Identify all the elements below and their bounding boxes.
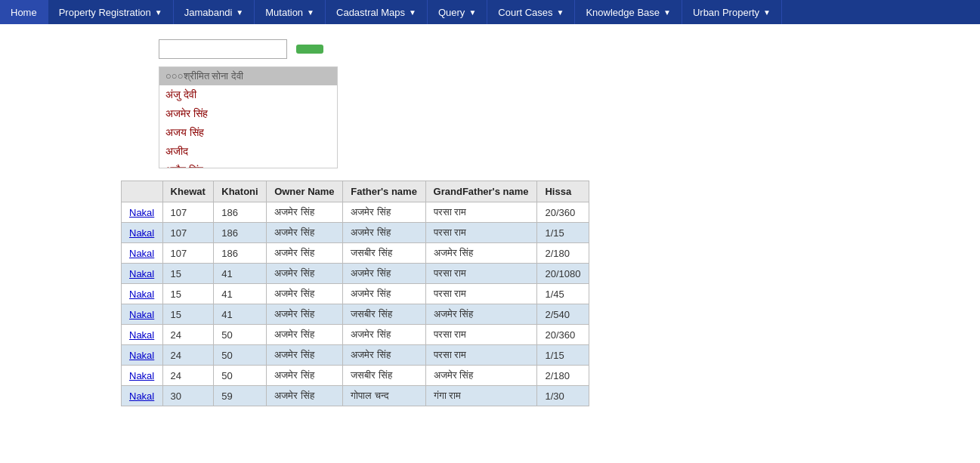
- chevron-down-icon: ▼: [236, 8, 243, 17]
- table-header: Owner Name: [267, 181, 343, 202]
- table-cell: अजमेर सिंह: [267, 366, 343, 386]
- table-cell: अजमेर सिंह: [267, 243, 343, 264]
- nakal-link[interactable]: Nakal: [129, 207, 154, 218]
- table-cell: 24: [162, 325, 214, 345]
- navbar-item-query[interactable]: Query▼: [428, 0, 487, 24]
- navbar-item-cadastral-maps[interactable]: Cadastral Maps▼: [326, 0, 428, 24]
- chevron-down-icon: ▼: [663, 8, 671, 17]
- table-cell: परसा राम: [425, 284, 537, 304]
- dropdown-item[interactable]: अजमेर सिंह: [159, 104, 337, 123]
- table-cell: 107: [162, 243, 214, 264]
- table-cell: जसबीर सिंह: [343, 366, 425, 386]
- table-cell: 107: [162, 202, 214, 223]
- dropdown-item[interactable]: अजैब सिंह: [159, 161, 337, 168]
- nakal-link[interactable]: Nakal: [129, 329, 154, 341]
- click-button[interactable]: [296, 45, 323, 54]
- dropdown-list[interactable]: ○○○श्रीमित सोना देवीअंजु देवीअजमेर सिंहअ…: [159, 66, 338, 168]
- name-input[interactable]: [159, 39, 287, 59]
- table-cell: 41: [214, 264, 267, 284]
- table-header: Khewat: [162, 181, 214, 202]
- table-header: Father's name: [343, 181, 425, 202]
- table-cell: 15: [162, 304, 214, 325]
- table-cell: अजमेर सिंह: [343, 202, 425, 223]
- table-cell: परसा राम: [425, 345, 537, 366]
- table-cell: अजमेर सिंह: [343, 345, 425, 366]
- nakal-link[interactable]: Nakal: [129, 370, 154, 381]
- table-cell: 2/540: [537, 304, 589, 325]
- navbar-item-property-registration[interactable]: Property Registration▼: [48, 0, 174, 24]
- nakal-link[interactable]: Nakal: [129, 309, 154, 320]
- table-row: Nakal1541अजमेर सिंहअजमेर सिंहपरसा राम20/…: [122, 264, 589, 284]
- table-cell: 20/360: [537, 202, 589, 223]
- table-row: Nakal2450अजमेर सिंहजसबीर सिंहअजमेर सिंह2…: [122, 366, 589, 386]
- table-cell: 50: [214, 345, 267, 366]
- table-cell: 186: [214, 223, 267, 243]
- table-row: Nakal107186अजमेर सिंहजसबीर सिंहअजमेर सिं…: [122, 243, 589, 264]
- name-row: [121, 39, 859, 59]
- chevron-down-icon: ▼: [409, 8, 416, 17]
- table-cell: 1/15: [537, 345, 589, 366]
- table-row: Nakal2450अजमेर सिंहअजमेर सिंहपरसा राम1/1…: [122, 345, 589, 366]
- table-cell: अजमेर सिंह: [343, 223, 425, 243]
- nakal-link[interactable]: Nakal: [129, 268, 154, 279]
- chevron-down-icon: ▼: [468, 8, 476, 17]
- navbar-item-jamabandi[interactable]: Jamabandi▼: [174, 0, 255, 24]
- nakal-cell: Nakal: [122, 345, 163, 366]
- chevron-down-icon: ▼: [155, 8, 162, 17]
- table-cell: अजमेर सिंह: [267, 202, 343, 223]
- nakal-cell: Nakal: [122, 202, 163, 223]
- dropdown-item[interactable]: ○○○श्रीमित सोना देवी: [159, 67, 337, 85]
- nakal-link[interactable]: Nakal: [129, 289, 154, 300]
- table-cell: 41: [214, 284, 267, 304]
- navbar-item-urban-property[interactable]: Urban Property▼: [682, 0, 782, 24]
- table-cell: 50: [214, 366, 267, 386]
- table-header: Hissa: [537, 181, 589, 202]
- table-cell: अजमेर सिंह: [267, 345, 343, 366]
- table-cell: 1/45: [537, 284, 589, 304]
- chevron-down-icon: ▼: [307, 8, 314, 17]
- dropdown-item[interactable]: अंजु देवी: [159, 85, 337, 104]
- nakal-link[interactable]: Nakal: [129, 248, 154, 259]
- nakal-link[interactable]: Nakal: [129, 227, 154, 239]
- chevron-down-icon: ▼: [763, 8, 771, 17]
- table-row: Nakal1541अजमेर सिंहअजमेर सिंहपरसा राम1/4…: [122, 284, 589, 304]
- table-row: Nakal107186अजमेर सिंहअजमेर सिंहपरसा राम1…: [122, 223, 589, 243]
- dropdown-item[interactable]: अजीद: [159, 142, 337, 161]
- table-header: Khatoni: [214, 181, 267, 202]
- table-row: Nakal2450अजमेर सिंहअजमेर सिंहपरसा राम20/…: [122, 325, 589, 345]
- table-cell: जसबीर सिंह: [343, 243, 425, 264]
- table-row: Nakal1541अजमेर सिंहजसबीर सिंहअजमेर सिंह2…: [122, 304, 589, 325]
- navbar: HomeProperty Registration▼Jamabandi▼Muta…: [0, 0, 980, 24]
- table-cell: अजमेर सिंह: [343, 325, 425, 345]
- table-cell: जसबीर सिंह: [343, 304, 425, 325]
- navbar-item-knowledge-base[interactable]: Knowledge Base▼: [575, 0, 682, 24]
- nakal-link[interactable]: Nakal: [129, 350, 154, 361]
- table-cell: अजमेर सिंह: [425, 366, 537, 386]
- nakal-cell: Nakal: [122, 243, 163, 264]
- table-row: Nakal3059अजमेर सिंहगोपाल चन्दगंगा राम1/3…: [122, 386, 589, 406]
- dropdown-container: ○○○श्रीमित सोना देवीअंजु देवीअजमेर सिंहअ…: [159, 66, 859, 168]
- table-cell: 15: [162, 264, 214, 284]
- table-cell: अजमेर सिंह: [425, 304, 537, 325]
- table-cell: 50: [214, 325, 267, 345]
- navbar-item-mutation[interactable]: Mutation▼: [255, 0, 326, 24]
- dropdown-item[interactable]: अजय सिंह: [159, 123, 337, 142]
- nakal-cell: Nakal: [122, 223, 163, 243]
- nakal-cell: Nakal: [122, 386, 163, 406]
- navbar-item-court-cases[interactable]: Court Cases▼: [487, 0, 575, 24]
- table-wrapper: KhewatKhatoniOwner NameFather's nameGran…: [121, 181, 604, 406]
- table-cell: अजमेर सिंह: [267, 304, 343, 325]
- nakal-link[interactable]: Nakal: [129, 390, 154, 402]
- navbar-item-home[interactable]: Home: [0, 0, 48, 24]
- table-cell: परसा राम: [425, 264, 537, 284]
- nakal-cell: Nakal: [122, 284, 163, 304]
- table-cell: अजमेर सिंह: [343, 264, 425, 284]
- table-header: [122, 181, 163, 202]
- nakal-cell: Nakal: [122, 264, 163, 284]
- table-cell: 1/30: [537, 386, 589, 406]
- table-row: Nakal107186अजमेर सिंहअजमेर सिंहपरसा राम2…: [122, 202, 589, 223]
- table-cell: 24: [162, 366, 214, 386]
- table-cell: 15: [162, 284, 214, 304]
- table-cell: अजमेर सिंह: [343, 284, 425, 304]
- main-content: ○○○श्रीमित सोना देवीअंजु देवीअजमेर सिंहअ…: [0, 24, 980, 421]
